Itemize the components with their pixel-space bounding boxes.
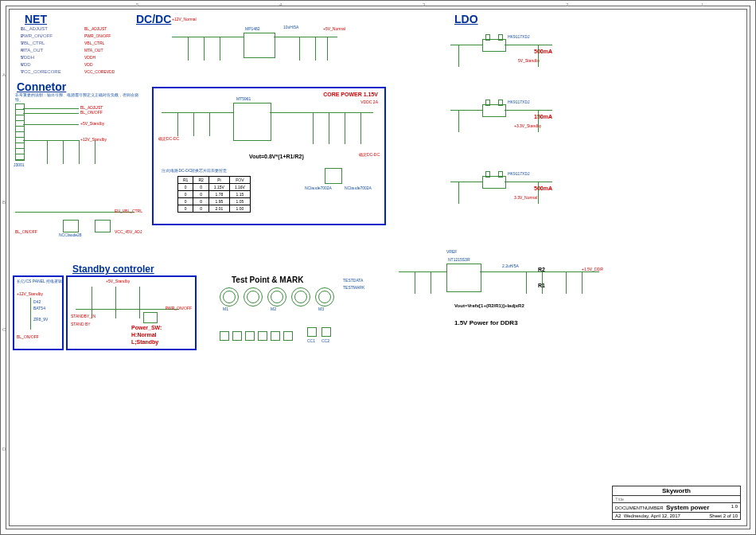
panel-logic-box: 长亿/CS PANEL 控电逻辑 +12V_Standby D42 BAT54 …	[13, 275, 64, 350]
ruler-tick: 4	[279, 2, 282, 7]
tp-label: M1	[223, 307, 228, 311]
ldo3-part: HK9117XDJ	[508, 171, 530, 176]
dcdc-block: MP1482 +12V_Normal +5V_Normal 10uH/5A	[172, 17, 331, 72]
ldo3-v: 3.3V_Normal	[514, 195, 537, 200]
dcdc-chip	[244, 33, 275, 58]
panel-diode-type: BAT54	[33, 306, 45, 310]
mark-sq	[321, 327, 331, 337]
panel-zener: ZR8_9V	[33, 317, 48, 322]
tp-circle	[220, 287, 239, 307]
mark-sq	[271, 331, 280, 341]
ruler-tick: D	[2, 447, 6, 451]
dcdc-vin: +12V_Normal	[172, 17, 197, 21]
section-ldo-title: LDO	[454, 13, 478, 25]
conn-sig: +12V_Standby	[80, 137, 107, 142]
panel-vin: +12V_Standby	[17, 291, 43, 296]
panel-out: BL_ON/OFF	[17, 334, 39, 339]
net-pin: MTA_OUT	[21, 48, 43, 53]
standby-box: +5V_Standby STANDBY_IN STAND BY PWR_ON/O…	[66, 275, 197, 350]
ddr-vref: VREF	[446, 249, 457, 254]
net-sig: PWR_ON/OFF	[84, 33, 111, 38]
tp-circle	[291, 287, 310, 307]
conn-sig: +5V_Standby	[80, 121, 104, 126]
connector-block: 非常重要的说明：输出引脚、电源需引脚定义正确对应负载，否则会烧毁。 J3001 …	[15, 92, 142, 172]
tp-circle	[267, 287, 286, 307]
ruler-tick: 2	[566, 2, 568, 7]
conn-sig: BL_ON/OFF	[80, 110, 103, 115]
net-pin: VDD	[21, 62, 31, 67]
dcdc-chip-ref: MP1482	[245, 26, 260, 31]
ruler-tick: 1	[701, 2, 703, 7]
connector-note: 非常重要的说明：输出引脚、电源需引脚定义正确对应负载，否则会烧毁。	[15, 92, 142, 102]
aux-switch: BL_ON/OFF EN_VBL_CTRL VCC_45V_ADJ NCClau…	[15, 188, 142, 252]
net-pin: VBL_CTRL	[21, 41, 45, 45]
power-sw-l: L;Standby	[131, 339, 158, 345]
section-ddr3-title: 1.5V Power for DDR3	[454, 319, 518, 326]
ldo1-part: HK9117XDJ	[508, 34, 530, 39]
core-fet	[325, 168, 342, 184]
section-tp-title: Test Point & MARK	[232, 275, 303, 284]
ddr-chip-ref: NT1215S3R	[448, 257, 470, 262]
tp-label: M2	[271, 307, 276, 311]
net-pin: VCC_CORECORE	[21, 69, 61, 74]
ldo-column: HK9117XDJ 500mA 5V_Standby HK9117XDJ 150…	[442, 25, 570, 248]
schematic-sheet: 5 4 3 2 1 A B C D NET DC/DC LDO Connetor…	[0, 0, 756, 535]
tb-title: System power	[666, 504, 709, 511]
ddr-block: NT1215S3R VREF 2.2uH/5A +1.5V_DDR R2 R1 …	[399, 256, 606, 311]
tb-company: Skyworth	[662, 487, 691, 494]
standby-out: PWR_ON/OFF	[166, 306, 192, 310]
tb-date: Wednesday, April 12, 2017	[624, 514, 680, 518]
mark-sq	[220, 331, 229, 341]
tb-docnum-label: DOCUMENTNUMBER	[615, 506, 664, 510]
core-table: R1R2PiFOV 001.15V1.16V 001.781.15 001.95…	[177, 176, 251, 213]
net-pin: VDDH	[21, 55, 34, 60]
tp-label: TESTDATA	[343, 278, 363, 283]
tp-label: TESTMARK	[343, 285, 364, 290]
power-sw-h: H:Normal	[131, 332, 157, 338]
ddr-formula: Vout=Vrefx[1+(R2/R1)]+IadjxR2	[454, 303, 524, 308]
ddr-rail: +1.5V_DDR	[582, 267, 603, 271]
section-dcdc-title: DC/DC	[136, 13, 171, 25]
mark-sq	[258, 331, 267, 341]
cc-label: CC2	[321, 338, 329, 343]
ruler-tick: C	[2, 327, 6, 332]
core-chip-ref: MT5961	[236, 96, 251, 101]
standby-sig3: STAND BY	[71, 322, 91, 326]
ldo-3	[482, 176, 506, 189]
net-sig: VCC_COREVDD	[84, 69, 115, 74]
tb-sheet: Sheet 2 of 10	[709, 514, 738, 518]
section-net-title: NET	[25, 13, 47, 25]
core-power-rail: VDDC 2A	[360, 100, 378, 104]
core-chip	[233, 103, 271, 141]
connector-pins	[15, 103, 25, 161]
mark-sq	[245, 331, 255, 341]
core-power-box: CORE POWER 1.15V VDDC 2A MT5961 确定DC-DC …	[152, 87, 386, 225]
ruler-tick: B	[2, 200, 6, 205]
net-sig: MTA_OUT	[84, 48, 103, 53]
core-power-title: CORE POWER 1.15V	[323, 92, 378, 97]
panel-diode: D42	[33, 299, 41, 304]
standby-sup: +5V_Standby	[106, 279, 130, 283]
net-sig: VBL_CTRL	[84, 41, 104, 45]
net-pin: PWR_ON/OFF	[21, 33, 53, 38]
ldo1-i: 500mA	[534, 49, 552, 54]
mark-sq	[232, 331, 242, 341]
ruler-tick: 3	[423, 2, 425, 7]
tb-rev: 1.0	[731, 504, 738, 509]
ldo3-i: 500mA	[534, 185, 552, 191]
ruler-tick: A	[2, 72, 6, 77]
title-block: Skyworth Title DOCUMENTNUMBER System pow…	[612, 486, 741, 520]
ldo2-i: 150mA	[534, 114, 552, 119]
ldo2-part: HK9117XDJ	[508, 100, 530, 104]
standby-in: STANDBY_IN	[71, 314, 95, 318]
ruler-tick: 5	[136, 2, 138, 7]
mark-sq	[307, 327, 317, 337]
mark-sq	[283, 331, 293, 341]
tb-size: A2	[615, 514, 621, 518]
dcdc-inductor: 10uH/5A	[283, 25, 298, 29]
ldo-2	[482, 104, 506, 117]
panel-title: 长亿/CS PANEL 控电逻辑	[17, 279, 62, 283]
power-sw-label: Power_SW:	[131, 325, 162, 330]
cc-label: CC1	[307, 338, 315, 343]
section-standby-title: Standby controler	[72, 264, 154, 275]
